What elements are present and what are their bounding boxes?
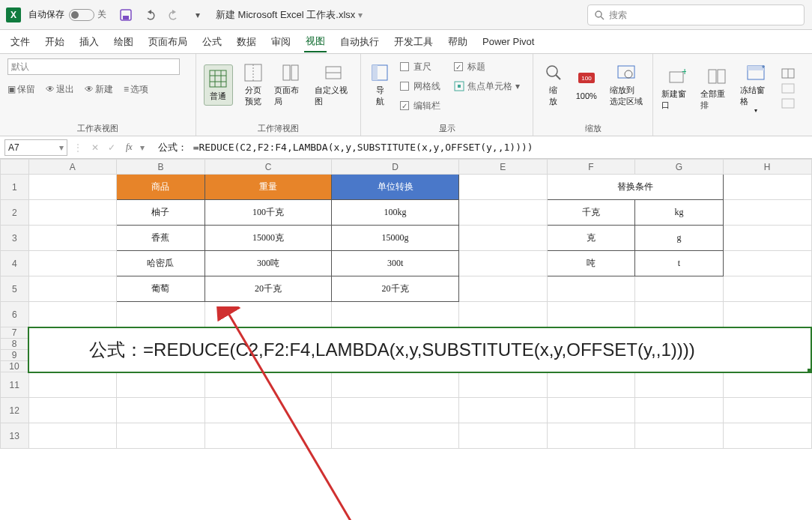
cell-FG1[interactable]: 替换条件: [547, 175, 723, 200]
svg-rect-9: [245, 64, 261, 81]
title-bar: X 自动保存 关 ▾ 新建 Microsoft Excel 工作表.xlsx ▾…: [0, 0, 812, 30]
svg-rect-28: [718, 70, 725, 83]
svg-rect-12: [291, 65, 298, 80]
svg-rect-35: [782, 99, 794, 108]
merged-formula-cell[interactable]: 公式：=REDUCE(C2,F2:F4,LAMBDA(x,y,SUBSTITUT…: [28, 327, 811, 372]
formula-input[interactable]: =REDUCE(C2,F2:F4,LAMBDA(x,y,SUBSTITUTE(x…: [193, 142, 533, 153]
svg-point-24: [625, 70, 632, 78]
sheet-view-select[interactable]: [7, 58, 180, 75]
svg-rect-16: [372, 65, 378, 80]
svg-rect-27: [709, 70, 716, 83]
ruler-cb[interactable]: [400, 62, 409, 71]
cell-D1[interactable]: 单位转换: [332, 175, 459, 200]
freeze-panes-btn[interactable]: *冻结窗格▾: [739, 58, 772, 118]
unhide-icon[interactable]: [781, 98, 795, 109]
tab-formula[interactable]: 公式: [201, 32, 223, 52]
svg-point-2: [596, 11, 602, 17]
svg-rect-1: [123, 16, 129, 19]
exit-btn[interactable]: 👁退出: [46, 83, 74, 96]
zoom-100-btn[interactable]: 100100%: [572, 65, 601, 104]
svg-rect-4: [210, 70, 226, 87]
formula-prefix: 公式：: [158, 141, 187, 154]
new-view-btn[interactable]: 👁新建: [85, 83, 113, 96]
svg-text:*: *: [762, 65, 765, 73]
options-btn[interactable]: ≡选项: [124, 83, 148, 96]
tab-help[interactable]: 帮助: [446, 32, 469, 52]
gridlines-cb[interactable]: [400, 82, 409, 91]
svg-point-19: [547, 66, 557, 76]
svg-text:+: +: [682, 69, 686, 77]
formula-display: 公式：=REDUCE(C2,F2:F4,LAMBDA(x,y,SUBSTITUT…: [29, 338, 811, 362]
autosave-label: 自动保存: [28, 8, 64, 21]
search-placeholder: 搜索: [609, 9, 627, 22]
file-name: 新建 Microsoft Excel 工作表.xlsx: [216, 8, 355, 22]
quick-access-toolbar: ▾: [118, 7, 205, 22]
keep-btn[interactable]: ▣保留: [7, 83, 35, 96]
new-window-btn[interactable]: +新建窗口: [661, 62, 694, 115]
tab-auto[interactable]: 自动执行: [339, 32, 381, 52]
formula-bar: A7▾ ⋮ ✕ ✓ fx ▾ 公式： =REDUCE(C2,F2:F4,LAMB…: [0, 136, 812, 159]
cell-B1[interactable]: 商品: [117, 175, 205, 200]
search-input[interactable]: 搜索: [587, 4, 805, 25]
ribbon-tabs: 文件 开始 插入 绘图 页面布局 公式 数据 审阅 视图 自动执行 开发工具 帮…: [0, 30, 812, 54]
normal-view-btn[interactable]: 普通: [204, 64, 233, 106]
tab-powerpivot[interactable]: Power Pivot: [481, 33, 536, 50]
split-icon[interactable]: [781, 68, 795, 79]
tab-view[interactable]: 视图: [304, 31, 327, 52]
fill-handle[interactable]: [808, 369, 811, 372]
headings-cb[interactable]: [454, 62, 463, 71]
group-wbview-label: 工作簿视图: [204, 123, 353, 134]
custom-view-btn[interactable]: 自定义视图: [314, 58, 353, 111]
focus-cell-btn[interactable]: 焦点单元格 ▾: [454, 80, 520, 93]
name-box[interactable]: A7▾: [4, 139, 67, 156]
redo-icon[interactable]: [166, 7, 181, 22]
svg-line-3: [601, 16, 604, 19]
zoom-selection-btn[interactable]: 缩放到 选定区域: [607, 58, 645, 111]
group-zoom-label: 缩放: [541, 123, 645, 134]
ribbon: ▣保留 👁退出 👁新建 ≡选项 工作表视图 普通 分页 预览 页面布局 自定义视…: [0, 54, 812, 136]
svg-text:100: 100: [581, 75, 592, 82]
autosave-toggle[interactable]: [69, 9, 94, 21]
group-wsview-label: 工作表视图: [7, 123, 188, 134]
search-icon: [594, 10, 605, 20]
tab-file[interactable]: 文件: [9, 32, 31, 52]
tab-draw[interactable]: 绘图: [112, 32, 135, 52]
arrange-all-btn[interactable]: 全部重排: [700, 62, 733, 115]
tab-data[interactable]: 数据: [235, 32, 258, 52]
zoom-btn[interactable]: 缩 放: [541, 58, 566, 111]
spreadsheet[interactable]: ABCDEFGH 1 商品 重量 单位转换 替换条件 2 柚子 100千克 10…: [0, 159, 812, 449]
svg-rect-34: [782, 84, 794, 93]
fx-icon[interactable]: fx: [126, 142, 133, 153]
tab-home[interactable]: 开始: [43, 32, 66, 52]
pagelayout-view-btn[interactable]: 页面布局: [273, 58, 307, 111]
svg-rect-11: [283, 65, 290, 80]
svg-line-20: [556, 75, 560, 79]
tab-review[interactable]: 审阅: [270, 32, 292, 52]
qat-dropdown-icon[interactable]: ▾: [190, 7, 205, 22]
enter-icon[interactable]: ✓: [108, 142, 115, 153]
svg-rect-18: [458, 85, 461, 88]
autosave-state: 关: [97, 8, 106, 21]
formulabar-cb[interactable]: [400, 101, 409, 110]
tab-layout[interactable]: 页面布局: [147, 32, 189, 52]
save-icon[interactable]: [118, 7, 133, 22]
pagebreak-view-btn[interactable]: 分页 预览: [239, 58, 268, 111]
nav-btn[interactable]: 导 航: [369, 58, 391, 111]
group-show-label: 显示: [369, 123, 525, 134]
tab-dev[interactable]: 开发工具: [393, 32, 434, 52]
cell-C1[interactable]: 重量: [204, 175, 332, 200]
hide-icon[interactable]: [781, 83, 795, 94]
excel-logo-icon: X: [6, 7, 21, 22]
filename-dropdown-icon[interactable]: ▾: [358, 10, 363, 20]
undo-icon[interactable]: [142, 7, 157, 22]
cancel-icon[interactable]: ✕: [91, 142, 99, 153]
select-all-corner[interactable]: [1, 160, 29, 175]
tab-insert[interactable]: 插入: [78, 32, 100, 52]
column-headers[interactable]: ABCDEFGH: [1, 160, 812, 175]
